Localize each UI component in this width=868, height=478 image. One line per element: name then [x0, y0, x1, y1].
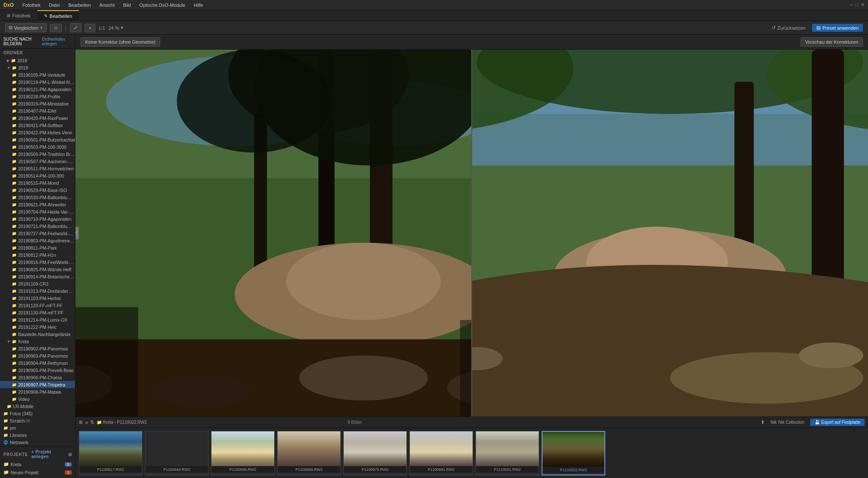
tree-item-100-3000[interactable]: 📁 20190503-PM-100-3000 — [0, 143, 75, 150]
filmstrip-thumb-2[interactable]: P1100644.RW2 — [145, 431, 209, 475]
tree-item-balkonblumen1[interactable]: 📁 20190530-PM-Balkonblumen — [0, 194, 75, 201]
tree-item-panormos1[interactable]: 📁 20190902-PM-Panormos — [0, 345, 75, 352]
filmstrip-thumb-6[interactable]: P1100691.RW2 — [409, 431, 473, 475]
project-folder-icon-new: 📁 — [3, 470, 9, 475]
menu-datei[interactable]: Datei — [47, 2, 62, 8]
menu-hilfe[interactable]: Hilfe — [192, 2, 205, 8]
tree-item-kreta[interactable]: ▼ 📁 Kreta — [0, 338, 75, 345]
tree-item-hohesvenn[interactable]: 📁 20190422-PM-Hohes-Venn — [0, 129, 75, 136]
filmstrip-thumb-1[interactable]: P1100617.RW2 — [79, 431, 142, 475]
tree-item-lrmobile[interactable]: 📁 LR-Mobile — [0, 403, 75, 410]
tree-item-wande[interactable]: 📁 20190825-PM-Wände-Heff — [0, 266, 75, 273]
preset-button[interactable]: ▤ Preset anwenden — [812, 24, 863, 32]
projects-options-icon[interactable]: ⊞ — [68, 452, 72, 457]
filmstrip-thumb-5[interactable]: P1100679.RW2 — [343, 431, 407, 475]
sidebar-search-label[interactable]: SUCHE NACH BILDERN — [3, 37, 39, 46]
tree-item-video[interactable]: 📁 Video — [0, 395, 75, 403]
filmstrip-filter-icon[interactable]: ≡ — [85, 420, 88, 425]
index-action[interactable]: Ordnerindex anlegen — [42, 37, 72, 46]
tree-item-mond[interactable]: 📁 20190515-PM-Mond — [0, 179, 75, 186]
tree-item-h1n[interactable]: 📁 20190812-PM-H1n — [0, 251, 75, 258]
tree-item-butzerbachtal[interactable]: 📁 20190501-PM-Butzerbachtal — [0, 136, 75, 143]
tree-item-agaponiden2[interactable]: 📁 20190710-PM-Agaponiden — [0, 215, 75, 222]
tree-item-balkonblumen2[interactable]: 📁 20190721-PM-Balkonblumen — [0, 222, 75, 230]
tree-item-raxpower[interactable]: 📁 20190420-PM-RaxPower — [0, 114, 75, 122]
tree-item-profile[interactable]: 📁 20190228-PM-Profile — [0, 93, 75, 100]
add-project-button[interactable]: + Projekt anlegen — [31, 450, 68, 459]
compare-button[interactable]: ⧉ Vergleichen ▾ — [5, 23, 47, 32]
menu-optische[interactable]: Optische DxO-Module — [138, 2, 187, 8]
tree-item-eifel[interactable]: 📁 20190407-PM-Eifel — [0, 107, 75, 114]
export-button[interactable]: 💾 Export auf Festplatte — [810, 419, 865, 426]
tree-item-agustiner[interactable]: 📁 20190803-PM-Agustinerwald — [0, 237, 75, 244]
tree-item-2018[interactable]: ▶ 📁 2018 — [0, 57, 75, 64]
tree-item-base-iso[interactable]: 📁 20190529-PM-Base-ISO — [0, 186, 75, 194]
tree-item-hornveilchen[interactable]: 📁 20190511-PM-Hornveilchen — [0, 165, 75, 172]
filmstrip-sort-icon[interactable]: ⇅ — [90, 420, 94, 425]
project-neues[interactable]: 📁 Neues Projekt 1 — [0, 468, 75, 476]
tree-item-botanischer[interactable]: 📁 20190914-PM-BotanischerGart — [0, 273, 75, 280]
tree-item-ministative[interactable]: 📁 20190319-PM-Ministative — [0, 100, 75, 107]
tree-item-aachener[interactable]: 📁 20190507-PM-Aachener-Tierpa — [0, 158, 75, 165]
tree-item-mftff2[interactable]: 📁 20191130-PM-mFT-FF — [0, 309, 75, 316]
tree-item-park[interactable]: 📁 20190811-PM-Park — [0, 244, 75, 251]
menu-fotothek[interactable]: Fotothek — [21, 2, 42, 8]
tree-item-rethymon[interactable]: 📁 20190904-PM-Rethymon — [0, 359, 75, 367]
tree-item-baustelle[interactable]: 📁 Baustelle-Nachbargelände — [0, 331, 75, 338]
left-image-panel — [75, 50, 471, 417]
filmstrip-settings-icon[interactable]: ⊞ — [79, 420, 83, 425]
preview-corrections-button[interactable]: Vorschau der Korrekturen — [801, 37, 863, 47]
zoom-percent: 24 % ▾ — [108, 25, 123, 31]
view-mode-button[interactable]: ⊡ — [50, 24, 62, 32]
tree-item-netzwerk[interactable]: 🌐 Netzwerk — [0, 439, 75, 446]
tree-item-verkaufe[interactable]: 📁 20190105-PM-Verkäufe — [0, 71, 75, 78]
thumb-label-3: P1100656.RW2 — [211, 466, 274, 473]
tree-item-heic[interactable]: 📁 20191222-PM-Heic — [0, 323, 75, 331]
tree-item-triathlon[interactable]: 📁 20190505-PM-Triathlon Brand — [0, 150, 75, 158]
sidebar: SUCHE NACH BILDERN Ordnerindex anlegen O… — [0, 35, 75, 478]
tree-item-feelworld-mas[interactable]: 📁 20190727-PM-Feelworld-MAS — [0, 230, 75, 237]
filmstrip-thumb-7[interactable]: P1110021.RW2 — [476, 431, 539, 475]
tree-item-prevelli[interactable]: 📁 20190905-PM-Prevelli-Beac — [0, 367, 75, 374]
tree-item-mftff1[interactable]: 📁 20191120-FF-mFT-FF — [0, 302, 75, 309]
fit-button[interactable]: ⤢ — [70, 23, 81, 32]
filmstrip-path: 📁 Kreta › P1110022.RW2 — [97, 420, 147, 425]
filmstrip-thumb-3[interactable]: P1100656.RW2 — [211, 431, 275, 475]
tree-item-pm[interactable]: 📁 pm — [0, 424, 75, 431]
tree-item-softbox[interactable]: 📁 20190421-PM-Softbox — [0, 122, 75, 129]
tree-item-ahrweiler[interactable]: 📁 20190621-PM-Ahrweiler — [0, 201, 75, 208]
tree-item-agaponiden1[interactable]: 📁 20190121-PM-Agaponiden — [0, 86, 75, 93]
tree-item-feelworld-f6[interactable]: 📁 20190816-PM-FeelWorld-F6+ — [0, 258, 75, 266]
tree-item-fotos[interactable]: 📁 Fotos (345) — [0, 410, 75, 417]
tree-item-matala[interactable]: 📁 20190908-PM-Matala — [0, 388, 75, 395]
tree-item-herbst[interactable]: 📁 20191103-PM-Herbst — [0, 295, 75, 302]
tree-item-libraries[interactable]: 📁 Libraries — [0, 431, 75, 439]
reset-button[interactable]: ↺ Zurücksetzen — [768, 24, 809, 32]
menu-bearbeiten[interactable]: Bearbeiten — [67, 2, 92, 8]
fotothek-icon: ⊞ — [7, 13, 10, 18]
folder-icon: 📁 — [12, 210, 17, 214]
filmstrip-thumb-8[interactable]: P1110022.RW2 — [542, 431, 605, 475]
tree-item-100-300[interactable]: 📁 20190514-PM-100-300 — [0, 172, 75, 179]
tree-item-chania[interactable]: 📁 20190906-PM-Chania — [0, 374, 75, 381]
filmstrip-upload-icon[interactable]: ⬆ — [761, 420, 765, 425]
filmstrip-thumb-4[interactable]: P1100668.RW2 — [277, 431, 341, 475]
folder-icon: 📁 — [12, 131, 17, 135]
tab-fotothek[interactable]: ⊞ Fotothek — [0, 10, 37, 21]
tree-item-lwinkel[interactable]: 📁 20190119-PM-L-Winkel-Neewe — [0, 78, 75, 86]
tree-item-haida[interactable]: 📁 20190704-PM-Haida-Var-ND — [0, 208, 75, 215]
tab-bearbeiten[interactable]: ✎ Bearbeiten — [37, 10, 79, 21]
tree-item-cr3[interactable]: 📁 20191109-CR3 — [0, 280, 75, 287]
menu-bild[interactable]: Bild — [121, 2, 132, 8]
tree-item-dreilander[interactable]: 📁 20191013-PM-Dreiländerpunkt — [0, 287, 75, 295]
nik-collection-button[interactable]: Nik Nik Collection — [767, 419, 808, 426]
tree-item-panormos2[interactable]: 📁 20190903-PM-Panormos — [0, 352, 75, 359]
tree-item-scratch[interactable]: 📁 Scratch (5) — [0, 417, 75, 424]
tree-item-triopetra[interactable]: 📁 20190907-PM-Triopetra — [0, 381, 75, 388]
zoom-btn[interactable]: + — [85, 24, 95, 32]
project-kreta[interactable]: 📁 Kreta 8 — [0, 460, 75, 468]
tree-item-lumix-g9[interactable]: 📁 20191214-PM-Lumix-G9 — [0, 316, 75, 323]
no-correction-button[interactable]: Keine Korrektur (ohne Geometrie) — [81, 37, 160, 47]
menu-ansicht[interactable]: Ansicht — [97, 2, 116, 8]
tree-item-2019[interactable]: ▼ 📁 2019 — [0, 64, 75, 71]
